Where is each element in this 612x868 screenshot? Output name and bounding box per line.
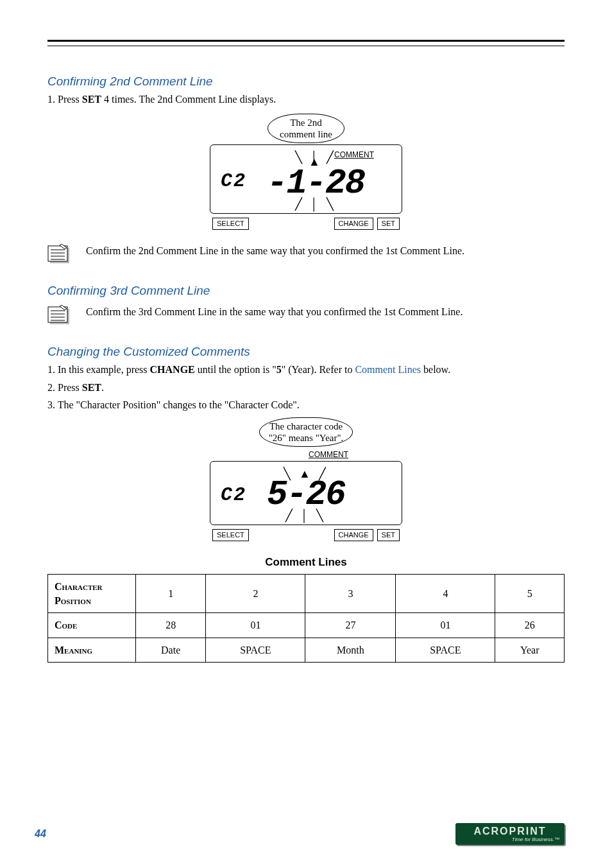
select-button[interactable]: SELECT bbox=[212, 218, 249, 230]
page-number: 44 bbox=[35, 827, 46, 841]
note-text: Confirm the 2nd Comment Line in the same… bbox=[86, 244, 565, 258]
lcd-small: C2 bbox=[221, 482, 255, 508]
cell: 27 bbox=[305, 613, 396, 638]
note-3rd: Confirm the 3rd Comment Line in the same… bbox=[47, 305, 565, 327]
set-button[interactable]: SET bbox=[377, 218, 400, 230]
button-row: SELECT CHANGE SET bbox=[210, 529, 402, 541]
cell: Month bbox=[305, 638, 396, 663]
callout-line1: The 2nd bbox=[290, 117, 322, 128]
text: 4 times. The 2nd Comment Line displays. bbox=[101, 94, 276, 105]
brand-tagline: Time for Business.™ bbox=[512, 837, 559, 844]
text: 1. In this example, press bbox=[47, 364, 150, 375]
comment-label: COMMENT bbox=[255, 449, 402, 460]
lcd-big-wrap: ╲ │ ╱▲ -1-28 ╱ │ ╲ bbox=[267, 155, 364, 207]
heading-confirm-3rd: Confirming 3rd Comment Line bbox=[47, 282, 565, 299]
lcd-big-wrap: ╲ ▲ ╱ 5-26 ╱ │ ╲ bbox=[267, 472, 345, 518]
top-rule-thick bbox=[47, 40, 565, 42]
brand-logo: ACROPRINT Time for Business.™ bbox=[455, 823, 565, 845]
lcd-big: 5-26 bbox=[267, 478, 345, 512]
change-keyword: CHANGE bbox=[150, 364, 195, 375]
comment-lines-link[interactable]: Comment Lines bbox=[355, 364, 421, 375]
callout-line1: The character code bbox=[269, 421, 343, 431]
comment-lines-table: Character Position 1 2 3 4 5 Code 28 01 … bbox=[47, 574, 565, 663]
heading-confirm-2nd: Confirming 2nd Comment Line bbox=[47, 73, 565, 90]
brand-name: ACROPRINT bbox=[473, 826, 546, 837]
diagram-char-code: The character code "26" means "Year". CO… bbox=[210, 417, 402, 541]
cell: 2 bbox=[206, 575, 305, 613]
button-row: SELECT CHANGE SET bbox=[210, 218, 402, 230]
table-row: Character Position 1 2 3 4 5 bbox=[48, 575, 565, 613]
cell: Date bbox=[136, 638, 206, 663]
lcd-big: -1-28 bbox=[267, 166, 364, 201]
lcd-frame: C2 ╲ ▲ ╱ 5-26 ╱ │ ╲ bbox=[210, 461, 402, 525]
table-title: Comment Lines bbox=[47, 555, 565, 570]
cell: 28 bbox=[136, 613, 206, 638]
row-header-meaning: Meaning bbox=[48, 638, 136, 663]
callout-line2: "26" means "Year". bbox=[269, 433, 344, 443]
lcd-small: C2 bbox=[221, 168, 255, 195]
text: 1. Press bbox=[47, 94, 82, 105]
set-keyword: SET bbox=[82, 94, 101, 105]
cell: 01 bbox=[396, 613, 495, 638]
table-row: Code 28 01 27 01 26 bbox=[48, 613, 565, 638]
cell: 3 bbox=[305, 575, 396, 613]
heading-changing-comments: Changing the Customized Comments bbox=[47, 343, 565, 360]
top-rule-thin bbox=[47, 46, 565, 46]
text: . bbox=[101, 382, 104, 393]
text: below. bbox=[421, 364, 450, 375]
text: until the option is " bbox=[195, 364, 276, 375]
step-2-press-set: 2. Press SET. bbox=[47, 381, 565, 395]
page: Confirming 2nd Comment Line 1. Press SET… bbox=[0, 0, 612, 868]
tick-bottom-icon: ╱ │ ╲ bbox=[267, 202, 364, 207]
diagram-2nd-comment: The 2nd comment line COMMENT C2 ╲ │ ╱▲ -… bbox=[210, 114, 402, 229]
step-1-change: 1. In this example, press CHANGE until t… bbox=[47, 363, 565, 377]
select-button[interactable]: SELECT bbox=[212, 529, 249, 541]
note-2nd: Confirm the 2nd Comment Line in the same… bbox=[47, 244, 565, 266]
step-1-press-set: 1. Press SET 4 times. The 2nd Comment Li… bbox=[47, 92, 565, 107]
step-3-char-pos: 3. The "Character Position" changes to t… bbox=[47, 398, 565, 412]
cell: 5 bbox=[495, 575, 565, 613]
callout-bubble: The 2nd comment line bbox=[268, 114, 344, 143]
note-text: Confirm the 3rd Comment Line in the same… bbox=[86, 305, 565, 319]
change-button[interactable]: CHANGE bbox=[334, 218, 373, 230]
table-row: Meaning Date SPACE Month SPACE Year bbox=[48, 638, 565, 663]
cell: 01 bbox=[206, 613, 305, 638]
cell: 1 bbox=[136, 575, 206, 613]
cell: 26 bbox=[495, 613, 565, 638]
set-button[interactable]: SET bbox=[377, 529, 400, 541]
row-header-charpos: Character Position bbox=[48, 575, 136, 613]
lcd-frame: C2 ╲ │ ╱▲ -1-28 ╱ │ ╲ bbox=[210, 144, 402, 214]
callout-bubble: The character code "26" means "Year". bbox=[259, 417, 353, 447]
cell: SPACE bbox=[396, 638, 495, 663]
set-keyword: SET bbox=[82, 382, 101, 393]
note-icon bbox=[47, 305, 74, 327]
change-button[interactable]: CHANGE bbox=[334, 529, 373, 541]
cell: Year bbox=[495, 638, 565, 663]
five-keyword: 5 bbox=[276, 364, 282, 375]
cell: 4 bbox=[396, 575, 495, 613]
tick-bottom-icon: ╱ │ ╲ bbox=[267, 514, 345, 518]
note-icon bbox=[47, 244, 74, 266]
text: " (Year). Refer to bbox=[282, 364, 355, 375]
row-header-code: Code bbox=[48, 613, 136, 638]
text: 2. Press bbox=[47, 382, 82, 393]
cell: SPACE bbox=[206, 638, 305, 663]
callout-line2: comment line bbox=[280, 129, 332, 139]
